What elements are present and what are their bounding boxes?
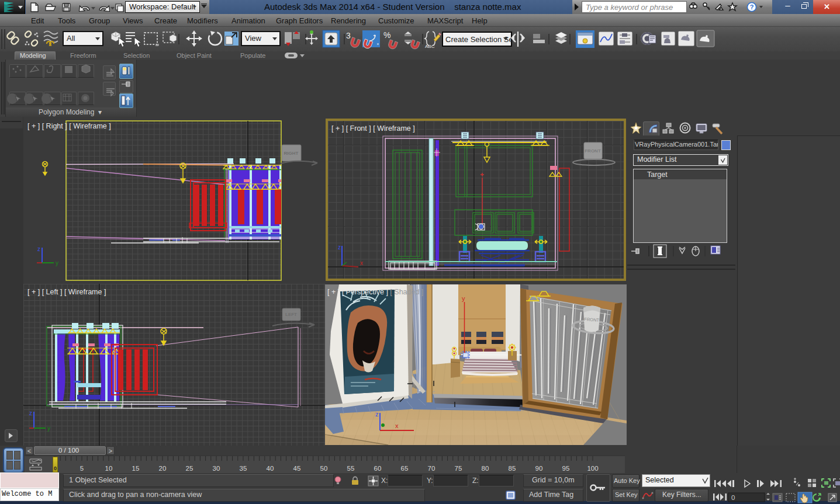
svg-text:3: 3 [346, 31, 351, 40]
svg-text:FRONT: FRONT [584, 317, 600, 323]
svg-text:y: y [56, 260, 58, 266]
svg-text:z: z [375, 411, 379, 418]
svg-text:[ + ] [ Right ] [ Wireframe ]: [ + ] [ Right ] [ Wireframe ] [27, 122, 111, 130]
svg-text:45: 45 [293, 465, 301, 472]
svg-text:y: y [462, 295, 465, 302]
svg-text:z: z [29, 410, 32, 416]
svg-text:85: 85 [509, 465, 516, 472]
svg-text:y: y [47, 425, 50, 432]
svg-text:?: ? [750, 4, 754, 11]
svg-text:55: 55 [347, 465, 355, 472]
svg-text:40: 40 [267, 465, 274, 472]
svg-text:x: x [360, 260, 363, 266]
svg-text:View: View [245, 34, 262, 43]
svg-text:FRONT: FRONT [585, 148, 601, 154]
svg-text:95: 95 [562, 465, 570, 472]
svg-text:25: 25 [186, 465, 193, 472]
svg-text:30: 30 [213, 465, 220, 472]
svg-text:50: 50 [320, 465, 328, 472]
svg-text:z: z [338, 244, 341, 251]
svg-text:20: 20 [159, 465, 167, 472]
svg-text:15: 15 [132, 465, 140, 472]
svg-text:10: 10 [105, 465, 113, 472]
svg-text:All: All [67, 34, 75, 43]
svg-text:5: 5 [80, 465, 84, 472]
svg-text:100: 100 [587, 465, 598, 472]
svg-text:[ + ] [ Perspective ] [ Shaded: [ + ] [ Perspective ] [ Shaded ] [327, 288, 423, 296]
svg-text:z: z [37, 246, 40, 252]
svg-text:Create Selection Se: Create Selection Se [445, 35, 513, 44]
svg-text:35: 35 [240, 465, 247, 472]
svg-text:[ + ] [ Front ] [ Wireframe ]: [ + ] [ Front ] [ Wireframe ] [331, 124, 415, 133]
svg-text:60: 60 [374, 465, 382, 472]
svg-text:x: x [395, 422, 399, 429]
svg-text:65: 65 [401, 465, 409, 472]
svg-text:70: 70 [428, 465, 435, 472]
svg-text:[ + ] [ Left ] [ Wireframe ]: [ + ] [ Left ] [ Wireframe ] [27, 288, 106, 296]
svg-text:90: 90 [535, 465, 543, 472]
svg-text:%: % [383, 30, 390, 40]
svg-text:75: 75 [455, 465, 462, 472]
svg-text:ABC: ABC [425, 44, 435, 49]
svg-text:0: 0 [731, 494, 735, 501]
svg-text:RIGHT: RIGHT [284, 151, 299, 156]
svg-text:LEFT: LEFT [285, 312, 297, 317]
svg-text:80: 80 [482, 465, 489, 472]
